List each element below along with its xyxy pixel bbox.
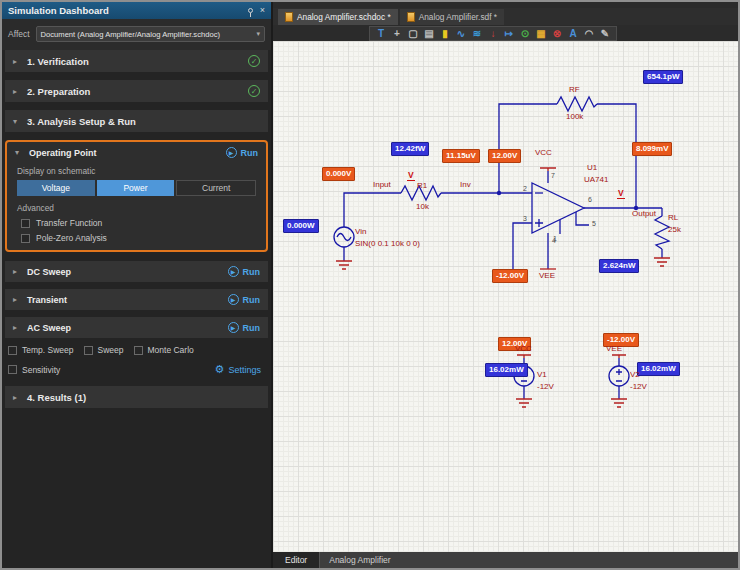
v2-designator[interactable]: V2	[630, 370, 640, 379]
schematic-canvas[interactable]: 654.1pW 12.42fW 0.000W 2.624nW 16.02mW 1…	[273, 41, 738, 552]
operating-point-header[interactable]: ▾ Operating Point ▶ Run	[7, 142, 266, 163]
editor-mode-tab[interactable]: Editor	[273, 552, 320, 568]
section-results[interactable]: ▸ 4. Results (1)	[5, 386, 268, 408]
monte-carlo-checkbox[interactable]: Monte Carlo	[134, 345, 194, 355]
pole-zero-checkbox[interactable]: Pole-Zero Analysis	[21, 233, 252, 243]
settings-label: Settings	[228, 365, 261, 375]
vin-value[interactable]: SIN(0 0.1 10k 0 0)	[355, 239, 420, 248]
pin-icon[interactable]	[248, 8, 253, 13]
power-annotation-vin[interactable]: 0.000W	[283, 219, 319, 233]
rl-value[interactable]: 25k	[668, 225, 681, 234]
highlight-icon[interactable]: ▮	[438, 27, 452, 40]
operating-point-block: ▾ Operating Point ▶ Run Display on schem…	[5, 140, 268, 252]
crosshair-icon[interactable]: +	[390, 27, 404, 40]
section-analysis-setup[interactable]: ▾ 3. Analysis Setup & Run	[5, 110, 268, 132]
probe-down-icon[interactable]: ↓	[486, 27, 500, 40]
transient-row[interactable]: ▸ Transient ▶ Run	[5, 289, 268, 310]
temp-sweep-checkbox[interactable]: Temp. Sweep	[8, 345, 74, 355]
u1-value[interactable]: UA741	[584, 175, 608, 184]
temp-sweep-label: Temp. Sweep	[22, 345, 74, 355]
u1-pin-5: 5	[592, 220, 596, 228]
net-label-inv[interactable]: Inv	[460, 180, 471, 189]
v1-value[interactable]: -12V	[537, 382, 554, 391]
wire-tool-icon[interactable]: ∿	[454, 27, 468, 40]
net-label-output[interactable]: Output	[632, 209, 656, 218]
play-icon: ▶	[228, 294, 239, 305]
net-dot-icon[interactable]: ⊙	[518, 27, 532, 40]
bus-tool-icon[interactable]: ≋	[470, 27, 484, 40]
net-label-input[interactable]: Input	[373, 180, 391, 189]
tab-sdf[interactable]: Analog Amplifier.sdf *	[400, 9, 504, 25]
status-bar: Editor Analog Amplifier	[273, 552, 738, 568]
power-display-button[interactable]: Power	[97, 180, 175, 196]
power-annotation-rl[interactable]: 2.624nW	[599, 259, 639, 273]
run-transient-button[interactable]: ▶ Run	[228, 294, 261, 305]
chevron-down-icon: ▾	[15, 148, 22, 157]
v2-value[interactable]: -12V	[630, 382, 647, 391]
display-on-schematic-heading: Display on schematic	[17, 166, 256, 176]
power-port-vee-label[interactable]: VEE	[539, 271, 555, 280]
run-ac-sweep-button[interactable]: ▶ Run	[228, 322, 261, 333]
power-annotation-v1[interactable]: 16.02mW	[485, 363, 528, 377]
voltage-annotation-vee[interactable]: -12.00V	[492, 269, 528, 283]
sweep-checkbox[interactable]: Sweep	[84, 345, 124, 355]
affect-dropdown[interactable]: Document (Analog Amplifier/Analog Amplif…	[36, 26, 265, 42]
paste-icon[interactable]: ▤	[422, 27, 436, 40]
font-tool-icon[interactable]: A	[566, 27, 580, 40]
verification-check-icon: ✓	[248, 55, 260, 67]
r1-value[interactable]: 10k	[416, 202, 429, 211]
arc-tool-icon[interactable]: ◠	[582, 27, 596, 40]
sensitivity-checkbox[interactable]: Sensitivity	[8, 365, 60, 375]
gear-icon: ⚙	[215, 363, 225, 376]
checkbox-icon	[8, 346, 17, 355]
sweep-label: Sweep	[98, 345, 124, 355]
application-window: Simulation Dashboard × Affect Document (…	[0, 0, 740, 570]
folder-icon[interactable]: ▦	[534, 27, 548, 40]
compile-icon[interactable]: ⊗	[550, 27, 564, 40]
v1-port-label[interactable]: VCC	[515, 344, 532, 353]
voltage-annotation-inv[interactable]: 11.15uV	[442, 149, 480, 163]
v1-designator[interactable]: V1	[537, 370, 547, 379]
transfer-function-checkbox[interactable]: Transfer Function	[21, 218, 252, 228]
voltage-annotation-vin[interactable]: 0.000V	[322, 167, 355, 181]
voltage-annotation-vcc[interactable]: 12.00V	[488, 149, 521, 163]
document-tab-bar: Analog Amplifier.schdoc * Analog Amplifi…	[273, 8, 738, 25]
display-button-group: Voltage Power Current	[17, 180, 256, 196]
run-operating-point-button[interactable]: ▶ Run	[226, 147, 259, 158]
panel-header: Simulation Dashboard ×	[2, 2, 271, 19]
v2-port-label[interactable]: VEE	[606, 344, 622, 353]
power-port-vcc-label[interactable]: VCC	[535, 148, 552, 157]
voltage-display-button[interactable]: Voltage	[17, 180, 95, 196]
section-preparation[interactable]: ▸ 2. Preparation ✓	[5, 80, 268, 102]
section-verification[interactable]: ▸ 1. Verification ✓	[5, 50, 268, 72]
play-icon: ▶	[228, 322, 239, 333]
rf-value[interactable]: 100k	[566, 112, 583, 121]
vin-designator[interactable]: Vin	[355, 227, 366, 236]
voltage-probe-output[interactable]: V	[617, 189, 625, 199]
run-dc-sweep-button[interactable]: ▶ Run	[228, 266, 261, 277]
cursor-step-icon[interactable]: ↦	[502, 27, 516, 40]
power-annotation-r1[interactable]: 12.42fW	[391, 142, 429, 156]
u1-pin-1: 1	[553, 235, 557, 243]
current-display-button[interactable]: Current	[176, 180, 256, 196]
power-annotation-rf[interactable]: 654.1pW	[643, 70, 683, 84]
rf-designator[interactable]: RF	[569, 85, 580, 94]
chevron-right-icon: ▸	[13, 323, 20, 332]
power-annotation-v2[interactable]: 16.02mW	[637, 362, 680, 376]
u1-designator[interactable]: U1	[587, 163, 597, 172]
dc-sweep-row[interactable]: ▸ DC Sweep ▶ Run	[5, 261, 268, 282]
tab-schdoc[interactable]: Analog Amplifier.schdoc *	[278, 9, 398, 25]
r1-designator[interactable]: R1	[417, 181, 427, 190]
close-icon[interactable]: ×	[260, 6, 265, 15]
play-icon: ▶	[226, 147, 237, 158]
voltage-annotation-output[interactable]: 8.099mV	[632, 142, 672, 156]
text-tool-icon[interactable]: T	[374, 27, 388, 40]
ac-sweep-row[interactable]: ▸ AC Sweep ▶ Run	[5, 317, 268, 338]
settings-button[interactable]: ⚙ Settings	[215, 363, 261, 376]
voltage-probe-input[interactable]: V	[407, 171, 415, 181]
rl-designator[interactable]: RL	[668, 213, 678, 222]
monte-carlo-label: Monte Carlo	[148, 345, 194, 355]
selection-rect-icon[interactable]: ▢	[406, 27, 420, 40]
transfer-function-label: Transfer Function	[36, 218, 102, 228]
pencil-icon[interactable]: ✎	[598, 27, 612, 40]
